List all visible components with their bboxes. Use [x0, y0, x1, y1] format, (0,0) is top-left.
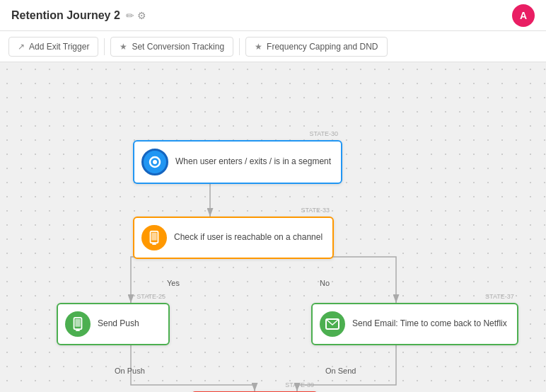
- state-label-wait: STATE-39: [285, 381, 314, 388]
- edit-icon[interactable]: ✏: [126, 10, 134, 21]
- check-node-text: Check if user is reachable on a channel: [174, 232, 323, 243]
- email-node[interactable]: STATE-37 Send Email: Time to come back t…: [311, 303, 518, 345]
- divider: [104, 38, 105, 55]
- settings-icon[interactable]: ⚙: [137, 10, 146, 21]
- divider-2: [239, 38, 240, 55]
- no-label: No: [320, 279, 330, 287]
- exit-trigger-icon: ↗: [18, 42, 25, 52]
- avatar: A: [512, 4, 535, 27]
- svg-rect-5: [151, 233, 156, 241]
- on-send-label: On Send: [325, 367, 356, 375]
- state-label-email: STATE-37: [485, 293, 514, 300]
- page-title: Retention Journey 2: [11, 9, 120, 22]
- on-push-label: On Push: [115, 367, 145, 375]
- entry-node[interactable]: STATE-30 When user enters / exits / is i…: [133, 140, 342, 184]
- set-conversion-tracking-button[interactable]: ★ Set Conversion Tracking: [110, 37, 233, 57]
- email-node-icon: [320, 311, 345, 337]
- frequency-icon: ★: [255, 42, 262, 52]
- state-label-entry: STATE-30: [309, 130, 338, 137]
- journey-canvas[interactable]: STATE-30 When user enters / exits / is i…: [0, 62, 546, 392]
- add-exit-trigger-button[interactable]: ↗ Add Exit Trigger: [8, 37, 98, 57]
- svg-point-3: [153, 160, 157, 164]
- email-node-text: Send Email: Time to come back to Netflix: [352, 318, 507, 330]
- conversion-icon: ★: [120, 42, 127, 52]
- push-node[interactable]: STATE-25 Send Push: [57, 303, 170, 345]
- state-label-check: STATE-33: [301, 207, 330, 214]
- header: Retention Journey 2 ✏ ⚙ A: [0, 0, 546, 31]
- check-node[interactable]: STATE-33 Check if user is reachable on a…: [133, 217, 334, 259]
- push-node-icon: [65, 311, 91, 337]
- entry-node-text: When user enters / exits / is in a segme…: [175, 156, 331, 168]
- svg-rect-9: [75, 319, 80, 327]
- check-node-icon: [141, 225, 167, 250]
- entry-node-icon: [141, 149, 168, 175]
- state-label-push: STATE-25: [136, 293, 165, 300]
- push-node-text: Send Push: [98, 318, 139, 330]
- frequency-capping-button[interactable]: ★ Frequency Capping and DND: [245, 37, 387, 57]
- toolbar: ↗ Add Exit Trigger ★ Set Conversion Trac…: [0, 31, 546, 62]
- yes-label: Yes: [167, 279, 180, 287]
